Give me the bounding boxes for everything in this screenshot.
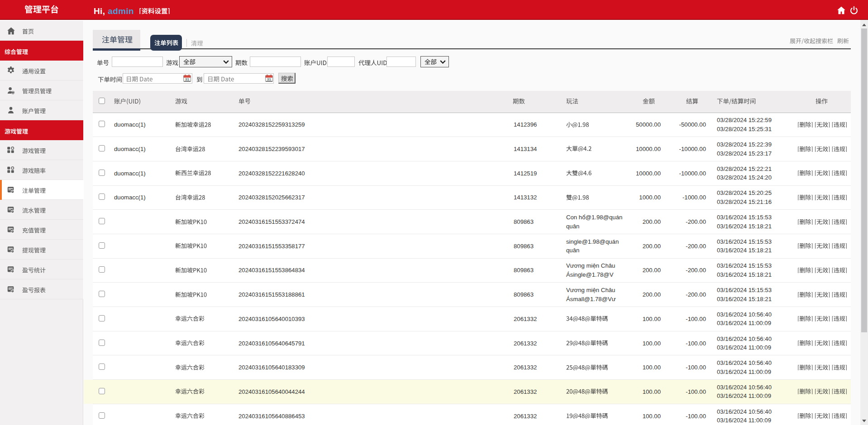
svg-text:31: 31 [185,77,189,81]
svg-text:31: 31 [267,77,271,81]
